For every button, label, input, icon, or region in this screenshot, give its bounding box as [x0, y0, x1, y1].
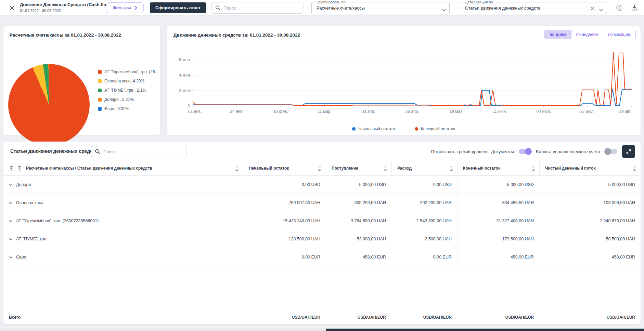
- series-Конечный остаток: [193, 52, 631, 106]
- accounts-pie-card: Расчетные счета/кассы за 01.01.2022 - 30…: [3, 26, 160, 135]
- row-value-cell: 31 327 400,00 UAH: [457, 212, 539, 230]
- footer-label-cell: Всего: [3, 310, 243, 324]
- row-value-cell: 103 009,50 UAH: [539, 194, 641, 212]
- info-icon[interactable]: [616, 4, 623, 13]
- y-tick-label: 6 млн: [179, 57, 190, 62]
- scrollbar-thumb[interactable]: [326, 329, 644, 331]
- column-header-0[interactable]: Расчетные счета/кассы / Статьи движения …: [3, 161, 243, 175]
- table-search-input[interactable]: [103, 149, 183, 154]
- close-icon[interactable]: [9, 5, 15, 11]
- pie-legend: АТ "Укрексімбанк", грн. (26...Основна ка…: [98, 69, 158, 111]
- table-row[interactable]: АТ "Укрексімбанк", грн. (26007233566001)…: [3, 212, 641, 230]
- row-value-cell: 305 209,50 UAH: [326, 194, 391, 212]
- footer-value-cell: USD/UAH/EUR: [326, 310, 391, 324]
- report-date-range: 01.01.2022 - 30.08.2022: [20, 9, 116, 13]
- report-title: Движение Денежных Средств (Cash flow): [20, 2, 111, 7]
- top-search[interactable]: [211, 2, 304, 14]
- column-header-label: Расход: [397, 166, 449, 171]
- collapse-all-icon[interactable]: [9, 166, 14, 171]
- fullscreen-button[interactable]: [622, 145, 635, 158]
- table-toolbar: Статьи движения денежных средств Показыв…: [3, 142, 641, 161]
- pie-legend-item[interactable]: Долари , 0.21%: [98, 97, 158, 102]
- row-expand-icon[interactable]: [9, 202, 13, 204]
- x-tick-label: 04 июл.: [537, 109, 551, 114]
- legend-swatch: [98, 107, 102, 111]
- row-expand-icon[interactable]: [9, 184, 13, 186]
- sort-icon[interactable]: [384, 166, 387, 171]
- table-row[interactable]: АТ "ПУМБ", грн.128 500,00 UAH53 000,00 U…: [3, 230, 641, 248]
- sort-icon[interactable]: [449, 166, 453, 171]
- detail-by-select[interactable]: Детализация по Статьи движения денежных …: [460, 2, 607, 14]
- row-value-cell: 2 500,00 UAH: [391, 230, 457, 248]
- flow-card-title: Движение денежных средств за: 01.01.2022…: [173, 32, 300, 38]
- column-header-1[interactable]: Начальный остаток: [243, 161, 326, 175]
- row-value-cell: 458,00 EUR: [539, 248, 641, 266]
- group-by-select[interactable]: Группировать по Расчетные счета/кассы: [311, 2, 450, 14]
- row-expand-icon[interactable]: [9, 238, 13, 240]
- currency-toggle[interactable]: [605, 149, 617, 154]
- row-value-cell: 179 500,00 UAH: [457, 230, 539, 248]
- search-icon: [95, 149, 101, 155]
- table-row[interactable]: Долари0,00 USD5 000,00 USD0,00 USD5 000,…: [3, 176, 641, 194]
- x-tick-label: 27 июл.: [580, 109, 595, 114]
- sort-icon[interactable]: [235, 166, 239, 171]
- column-header-3[interactable]: Расход: [391, 161, 457, 175]
- x-tick-label: 11 мар.: [318, 109, 332, 114]
- sort-icon[interactable]: [318, 166, 322, 171]
- column-header-label: Начальный остаток: [249, 166, 318, 171]
- table-search[interactable]: [91, 145, 187, 158]
- pie-legend-item[interactable]: АТ "Укрексімбанк", грн. (26...: [98, 69, 158, 74]
- row-label: АТ "ПУМБ", грн.: [16, 237, 48, 241]
- documents-toggle[interactable]: [519, 149, 531, 154]
- sort-icon[interactable]: [531, 166, 535, 171]
- table-row[interactable]: Євро0,00 EUR458,00 EUR0,00 EUR458,00 EUR…: [3, 248, 641, 266]
- sort-icon[interactable]: [633, 166, 636, 171]
- column-header-5[interactable]: Чистый денежный поток: [539, 161, 641, 175]
- legend-swatch: [98, 98, 102, 102]
- legend-dot: [352, 127, 356, 131]
- row-value-cell: 5 000,00 USD: [539, 176, 641, 194]
- x-tick-label: 03 апр.: [361, 109, 375, 114]
- legend-label: Долари , 0.21%: [104, 97, 134, 102]
- generate-report-button[interactable]: Сформировать отчет: [150, 2, 206, 13]
- row-expand-icon[interactable]: [9, 256, 13, 259]
- x-tick-label: 19 мая: [450, 109, 463, 114]
- expand-icon: [626, 149, 631, 154]
- legend-label: Конечный остаток: [421, 127, 455, 131]
- row-expand-icon[interactable]: [9, 220, 13, 222]
- x-tick-label: 11 июн.: [493, 109, 507, 114]
- tab-по-дням[interactable]: по дням: [544, 30, 571, 39]
- clear-icon[interactable]: [590, 6, 594, 12]
- table-row[interactable]: Основна каса759 007,50 UAH305 209,50 UAH…: [3, 194, 641, 212]
- download-icon[interactable]: [631, 4, 638, 13]
- row-value-cell: 53 000,00 UAH: [326, 230, 391, 248]
- x-tick-label: 26 апр.: [405, 109, 419, 114]
- chart-legend-item[interactable]: Начальный остаток: [352, 127, 395, 131]
- search-icon: [215, 5, 221, 11]
- pie-legend-item[interactable]: Основна каса, 4.29%: [98, 79, 158, 83]
- horizontal-scrollbar[interactable]: [0, 329, 644, 331]
- chevron-down-icon[interactable]: [599, 7, 603, 13]
- pie-legend-item[interactable]: АТ "ПУМБ", грн., 2.1%: [98, 88, 158, 93]
- legend-swatch: [98, 89, 102, 92]
- line-chart[interactable]: 02 млн4 млн6 млн01 янв.24 янв.16 фев.11 …: [173, 43, 634, 116]
- filters-button[interactable]: Фильтры: [106, 2, 144, 13]
- row-label: Євро: [16, 255, 26, 260]
- column-header-label: Конечный остаток: [463, 166, 531, 171]
- tab-по-месяцам[interactable]: по месяцам: [603, 30, 636, 39]
- group-by-label: Группировать по: [315, 0, 347, 4]
- column-header-2[interactable]: Поступление: [326, 161, 391, 175]
- column-header-4[interactable]: Конечный остаток: [457, 161, 539, 175]
- chevron-down-icon[interactable]: [442, 7, 446, 13]
- legend-swatch: [98, 79, 102, 83]
- tab-по-неделям[interactable]: по неделям: [571, 30, 604, 39]
- chart-legend-item[interactable]: Конечный остаток: [415, 127, 455, 131]
- row-value-cell: 50 500,00 UAH: [539, 230, 641, 248]
- table-header-row: Расчетные счета/кассы / Статьи движения …: [3, 161, 641, 176]
- pie-chart[interactable]: [8, 64, 90, 145]
- pie-legend-item[interactable]: Євро , 0.02%: [98, 106, 158, 111]
- documents-toggle-label: Показывать третий уровень: Документы: [431, 149, 514, 154]
- detail-by-value: Статьи движения денежных средств: [465, 5, 541, 11]
- expand-all-icon[interactable]: [17, 166, 22, 171]
- top-search-input[interactable]: [223, 5, 300, 11]
